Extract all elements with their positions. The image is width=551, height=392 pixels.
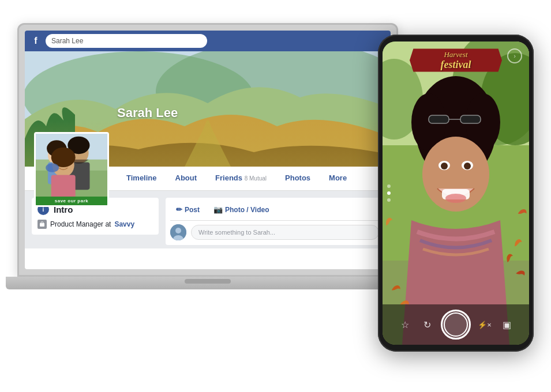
harvest-festival-banner: Harvest festival	[383, 42, 529, 79]
laptop-screen: f Sarah Lee	[25, 31, 391, 269]
post-actions: ✏ Post 📷 Photo / Video	[170, 202, 379, 221]
svg-point-38	[445, 194, 466, 203]
friends-mutual-count: 8 Mutual	[245, 175, 267, 182]
filter-dot-1[interactable]	[387, 184, 391, 188]
facebook-search-bar[interactable]: Sarah Lee	[46, 34, 207, 48]
profile-pic-background	[36, 134, 107, 205]
scene: f Sarah Lee	[0, 0, 551, 392]
post-creation-box: ✏ Post 📷 Photo / Video	[166, 198, 384, 245]
svg-point-15	[46, 163, 59, 172]
svg-point-35	[441, 163, 448, 169]
nav-item-timeline[interactable]: Timeline	[117, 167, 166, 190]
star-effects-button[interactable]: ☆	[397, 316, 413, 333]
commenter-avatar	[170, 224, 186, 240]
shutter-inner-ring	[444, 312, 468, 337]
harvest-title-text: Harvest	[419, 51, 493, 59]
camera-icon: 📷	[213, 205, 223, 214]
post-input-field[interactable]: Write something to Sarah...	[191, 225, 379, 240]
nav-item-friends[interactable]: Friends 8 Mutual	[206, 167, 276, 190]
svg-rect-29	[429, 115, 449, 123]
search-value: Sarah Lee	[51, 37, 83, 45]
pencil-icon: ✏	[176, 205, 182, 214]
family-photo-svg	[36, 134, 107, 205]
gallery-icon: ▣	[503, 319, 511, 330]
profile-picture: save our park	[34, 132, 109, 207]
svg-point-18	[175, 228, 181, 233]
shutter-button[interactable]	[441, 310, 471, 340]
work-icon	[38, 220, 47, 229]
job-info: Product Manager at Savvy	[38, 220, 153, 229]
filter-dot-2-active[interactable]	[387, 191, 391, 195]
company-link[interactable]: Savvy	[114, 220, 134, 228]
laptop-screen-bezel: f Sarah Lee	[17, 23, 398, 277]
nav-item-about[interactable]: About	[166, 167, 207, 190]
gallery-button[interactable]: ▣	[498, 316, 515, 333]
phone-body: Harvest festival ›	[378, 35, 534, 352]
avatar-svg	[170, 224, 186, 240]
svg-rect-30	[460, 115, 481, 123]
leaf-2-icon	[512, 238, 524, 247]
laptop-base	[6, 277, 410, 289]
photo-video-button[interactable]: 📷 Photo / Video	[208, 202, 275, 217]
phone-device: Harvest festival ›	[378, 35, 534, 352]
refresh-icon: ↻	[423, 319, 431, 330]
nav-item-more[interactable]: More	[320, 167, 356, 190]
star-icon: ☆	[401, 319, 409, 330]
facebook-logo-icon: f	[29, 35, 42, 47]
profile-name-on-cover: Sarah Lee	[117, 105, 178, 120]
laptop-device: f Sarah Lee	[17, 23, 398, 357]
fb-main-content: ✏ Post 📷 Photo / Video	[166, 198, 384, 242]
phone-screen: Harvest festival ›	[383, 42, 529, 345]
profile-pic-wrapper: save our park	[34, 132, 109, 207]
save-our-park-badge: save our park	[36, 197, 107, 205]
flip-camera-button[interactable]: ↻	[419, 316, 435, 333]
filter-dot-3[interactable]	[387, 198, 391, 202]
camera-view: Harvest festival ›	[383, 42, 529, 345]
harvest-subtitle-text: festival	[419, 59, 493, 71]
svg-point-36	[464, 163, 471, 169]
flash-icon: ⚡×	[478, 321, 492, 329]
harvest-banner-background: Harvest festival	[410, 48, 502, 71]
nav-item-photos[interactable]: Photos	[276, 167, 320, 190]
post-input-row: Write something to Sarah...	[170, 224, 379, 240]
next-button[interactable]: ›	[507, 48, 522, 63]
facebook-header: f Sarah Lee	[25, 31, 391, 51]
camera-controls-bar: ☆ ↻ ⚡× ▣	[383, 304, 529, 345]
post-button[interactable]: ✏ Post	[170, 202, 205, 217]
filter-dots	[387, 184, 391, 202]
svg-rect-16	[40, 223, 44, 227]
flash-button[interactable]: ⚡×	[477, 316, 493, 333]
